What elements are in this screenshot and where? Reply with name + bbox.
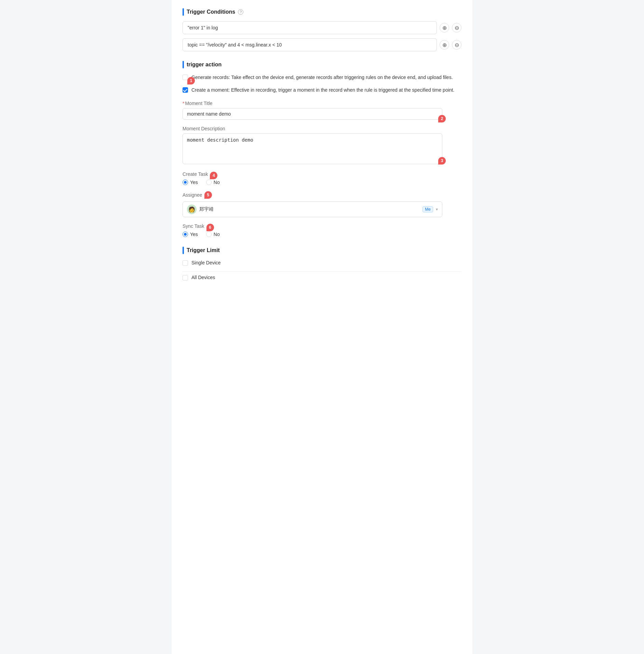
create-task-label: Create Task: [183, 171, 208, 177]
badge-3: 3: [438, 157, 446, 165]
badge-2: 2: [438, 115, 446, 122]
action-2-label: Create a moment: Effective in recording,…: [191, 87, 454, 94]
badge-1: 1: [187, 77, 195, 84]
badge-4: 4: [210, 172, 217, 179]
trigger-limit-section: Trigger Limit Single Device All Devices: [183, 247, 461, 280]
trigger-conditions-header: Trigger Conditions ?: [183, 8, 461, 16]
sync-task-group: Sync Task 6 Yes No: [183, 223, 461, 237]
condition-input-2[interactable]: [183, 38, 437, 51]
moment-title-label: Moment Title: [183, 101, 461, 106]
sync-yes-option[interactable]: Yes: [183, 232, 198, 237]
create-task-yes-radio[interactable]: [183, 180, 188, 185]
help-icon[interactable]: ?: [238, 9, 243, 15]
trigger-limit-header: Trigger Limit: [183, 247, 461, 254]
action-item-2: Create a moment: Effective in recording,…: [183, 87, 461, 94]
all-devices-label: All Devices: [191, 275, 215, 280]
action-1-label: Generate records: Take effect on the dev…: [191, 74, 453, 81]
trigger-conditions-title: Trigger Conditions: [187, 9, 235, 15]
sync-yes-radio[interactable]: [183, 232, 188, 237]
action-2-checkbox[interactable]: [183, 87, 188, 93]
create-task-yes-label: Yes: [190, 180, 198, 185]
trigger-action-header: trigger action: [183, 61, 461, 68]
all-devices-checkbox[interactable]: [183, 275, 188, 280]
moment-desc-section: Moment Description moment description de…: [183, 126, 461, 165]
assignee-name: 郑宇靖: [199, 206, 420, 212]
sync-yes-label: Yes: [190, 232, 198, 237]
trigger-action-bar: [183, 61, 184, 68]
badge-6: 6: [206, 224, 214, 231]
assignee-label: Assignee: [183, 192, 202, 198]
sync-no-radio[interactable]: [206, 232, 212, 237]
create-task-group: Create Task 4 Yes No: [183, 171, 461, 185]
me-badge: Me: [422, 206, 433, 212]
sync-task-label: Sync Task: [183, 223, 204, 229]
assignee-section: Assignee 5 🧑 郑宇靖 Me ▾: [183, 191, 461, 217]
condition-row-2: ⊕ ⊖: [183, 38, 461, 51]
limit-option-2: All Devices: [183, 274, 461, 280]
remove-condition-1-button[interactable]: ⊖: [452, 23, 461, 32]
trigger-limit-bar: [183, 247, 184, 254]
badge-5: 5: [204, 191, 212, 199]
moment-title-input[interactable]: [183, 108, 442, 120]
create-task-no-option[interactable]: No: [206, 180, 220, 185]
section-bar: [183, 8, 184, 16]
sync-task-options: Yes No: [183, 232, 461, 237]
action-item-1: Generate records: Take effect on the dev…: [183, 74, 461, 81]
moment-desc-label: Moment Description: [183, 126, 461, 131]
single-device-checkbox[interactable]: [183, 260, 188, 266]
remove-condition-2-button[interactable]: ⊖: [452, 40, 461, 50]
single-device-label: Single Device: [191, 260, 221, 265]
trigger-limit-title: Trigger Limit: [187, 247, 220, 253]
create-task-no-label: No: [214, 180, 220, 185]
moment-title-section: Moment Title 2: [183, 101, 461, 120]
avatar: 🧑: [187, 205, 197, 214]
add-condition-1-button[interactable]: ⊕: [440, 23, 449, 32]
chevron-down-icon: ▾: [436, 207, 438, 212]
divider-1: [183, 271, 461, 272]
create-task-no-radio[interactable]: [206, 180, 212, 185]
main-container: Trigger Conditions ? ⊕ ⊖ ⊕ ⊖ trigger act…: [172, 0, 472, 654]
condition-input-1[interactable]: [183, 21, 437, 34]
sync-no-option[interactable]: No: [206, 232, 220, 237]
limit-option-1: Single Device: [183, 260, 461, 266]
condition-row-1: ⊕ ⊖: [183, 21, 461, 34]
create-task-yes-option[interactable]: Yes: [183, 180, 198, 185]
create-task-options: Yes No: [183, 180, 461, 185]
trigger-action-title: trigger action: [187, 62, 222, 68]
moment-desc-input[interactable]: moment description demo: [183, 133, 442, 164]
assignee-dropdown[interactable]: 🧑 郑宇靖 Me ▾: [183, 201, 442, 217]
trigger-action-section: trigger action Generate records: Take ef…: [183, 61, 461, 237]
add-condition-2-button[interactable]: ⊕: [440, 40, 449, 50]
sync-no-label: No: [214, 232, 220, 237]
